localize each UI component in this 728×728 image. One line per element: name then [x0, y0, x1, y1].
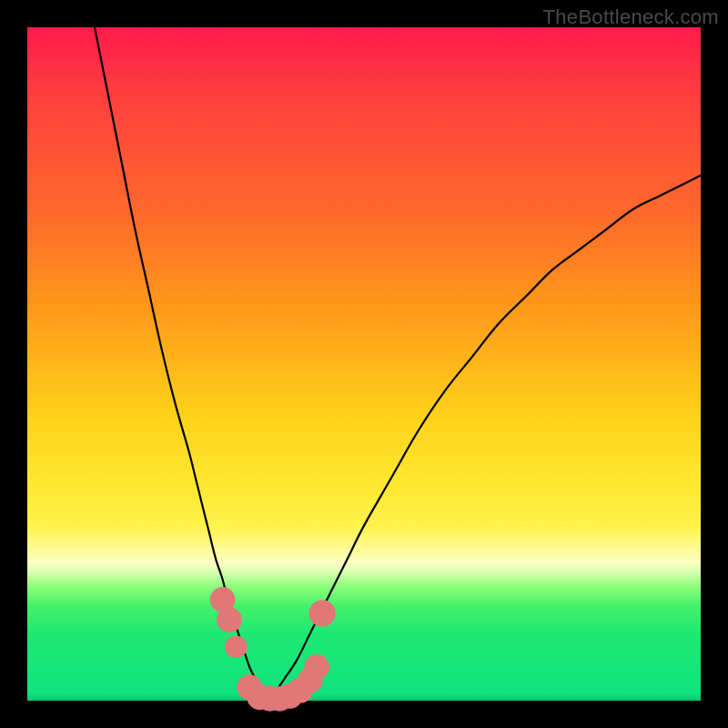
trough-markers	[210, 587, 336, 712]
marker-dot	[309, 600, 336, 626]
marker-dot	[217, 607, 242, 632]
watermark-text: TheBottleneck.com	[543, 5, 719, 29]
curve-layer	[27, 27, 701, 701]
left-curve	[95, 27, 269, 701]
marker-dot	[225, 635, 248, 658]
plot-area	[27, 27, 701, 701]
chart-frame: TheBottleneck.com	[0, 0, 728, 728]
right-curve	[269, 176, 701, 701]
marker-dot	[304, 654, 329, 680]
